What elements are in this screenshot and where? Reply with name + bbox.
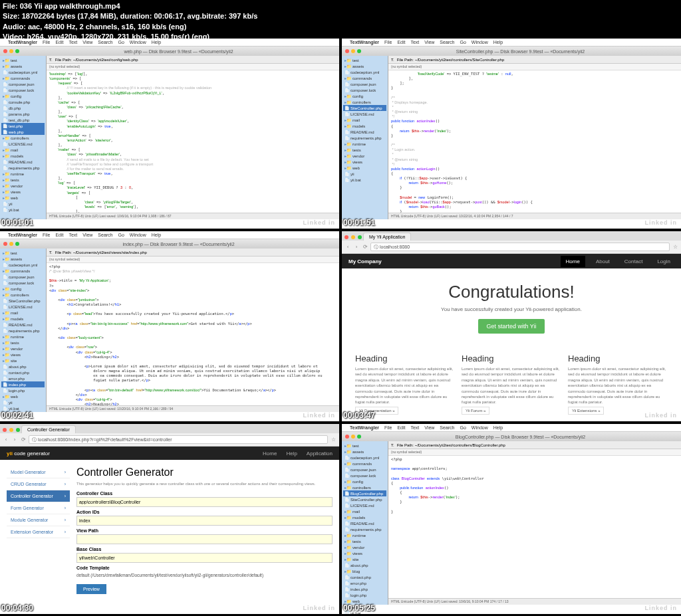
sidebar-item[interactable]: 📄index.php (343, 586, 386, 592)
sidebar-item[interactable]: ▸📁runtime (1, 334, 45, 340)
zoom-icon[interactable] (15, 49, 19, 53)
menu-go[interactable]: Go (118, 40, 124, 45)
sidebar-item[interactable]: ▸📁controllers (343, 484, 386, 490)
gii-side-item[interactable]: Controller Generator› (7, 490, 70, 502)
nav-home[interactable]: Home (561, 256, 585, 267)
sidebar-item[interactable]: ▸📁web (1, 195, 45, 201)
code-editor[interactable]: <?php namespace app\controllers; class B… (388, 456, 681, 598)
app-name[interactable]: TextWrangler (350, 425, 379, 430)
gii-side-item[interactable]: Model Generator› (7, 466, 70, 478)
menu-file[interactable]: File (43, 233, 50, 237)
close-icon[interactable] (3, 49, 7, 53)
sidebar-item[interactable]: 📄composer.lock (343, 472, 386, 478)
file-sidebar[interactable]: ▸📁test▸📁assets📄codeception.yml▸📁commands… (0, 249, 47, 412)
sidebar-item[interactable]: ▸📁vendor (1, 346, 45, 352)
minimize-icon[interactable] (9, 428, 13, 432)
menu-view[interactable]: View (424, 425, 434, 430)
sidebar-item[interactable]: ▸📁assets (343, 449, 386, 455)
view-path-input[interactable] (76, 534, 333, 544)
sidebar-item[interactable]: 📄test_db.php (1, 117, 45, 123)
sidebar-item[interactable]: 📄contact.php (1, 369, 45, 375)
sidebar-item[interactable]: 📄yii (343, 171, 386, 177)
sidebar-item[interactable]: ▸📁mail (343, 117, 386, 123)
ext-button[interactable]: Yii Extensions » (568, 407, 604, 415)
path-bar[interactable]: File Path: ~/Documents/yii2test/controll… (397, 58, 505, 62)
nav-help[interactable]: Help (286, 451, 297, 457)
minimize-icon[interactable] (351, 435, 355, 439)
sidebar-item[interactable]: ▸📁test (343, 443, 386, 449)
menu-help[interactable]: Help (152, 233, 161, 237)
sidebar-item[interactable]: ▸📁models (1, 153, 45, 159)
menu-window[interactable]: Window (472, 40, 488, 45)
nav-about[interactable]: About (592, 256, 614, 267)
sidebar-item[interactable]: 📄composer.json (343, 81, 386, 87)
menu-window[interactable]: Window (130, 233, 146, 237)
menu-text[interactable]: Text (410, 425, 419, 430)
sidebar-item[interactable]: ▸📁models (343, 123, 386, 129)
sidebar-item[interactable]: ▸📁views (1, 189, 45, 195)
sidebar-item[interactable]: 📄composer.json (1, 81, 45, 87)
minimize-icon[interactable] (351, 235, 355, 239)
sidebar-item[interactable]: 📄error.php (343, 580, 386, 586)
symbol-popup[interactable]: (no symbol selected) (49, 64, 80, 68)
minimize-icon[interactable] (9, 49, 13, 53)
sidebar-item[interactable]: ▸📁vendor (343, 544, 386, 550)
code-editor[interactable]: 'fixedVerifyCode' => YII_ENV_TEST ? 'tes… (388, 70, 681, 213)
nav-home[interactable]: Home (263, 451, 277, 457)
back-icon[interactable]: ‹ (344, 244, 351, 251)
menu-go[interactable]: Go (460, 40, 466, 45)
sidebar-item[interactable]: ▸📁runtime (343, 532, 386, 538)
sidebar-item[interactable]: 📄BlogController.php (343, 490, 386, 496)
sidebar-item[interactable]: 📄console.php (1, 99, 45, 105)
sidebar-item[interactable]: 📄codeception.yml (1, 69, 45, 75)
action-ids-input[interactable] (76, 516, 333, 526)
menu-view[interactable]: View (82, 40, 92, 45)
sidebar-item[interactable]: ▸📁commands (1, 75, 45, 81)
menu-view[interactable]: View (82, 233, 92, 237)
base-class-input[interactable] (76, 553, 333, 563)
star-icon[interactable]: ☆ (330, 437, 337, 443)
sidebar-item[interactable]: ▸📁commands (1, 268, 45, 274)
sidebar-item[interactable]: ▸📁models (1, 316, 45, 322)
close-icon[interactable] (345, 49, 349, 53)
app-name[interactable]: TextWrangler (8, 233, 37, 237)
sidebar-item[interactable]: ▸📁tests (343, 538, 386, 544)
sidebar-item[interactable]: 📄composer.lock (1, 87, 45, 93)
sidebar-item[interactable]: ▸📁config (1, 286, 45, 292)
sidebar-item[interactable]: 📄index.php (1, 381, 45, 387)
sidebar-item[interactable]: 📄README.md (1, 322, 45, 328)
sidebar-item[interactable]: ▸📁vendor (1, 183, 45, 189)
sidebar-item[interactable]: 📄yii (1, 399, 45, 405)
sidebar-item[interactable]: ▸📁mail (1, 310, 45, 316)
menu-search[interactable]: Search (98, 233, 112, 237)
file-sidebar[interactable]: ▸📁test▸📁assets📄codeception.yml▸📁commands… (342, 56, 388, 219)
sidebar-item[interactable]: 📄yii (1, 201, 45, 207)
gii-side-item[interactable]: Form Generator› (7, 502, 70, 514)
sidebar-item[interactable]: 📄README.md (343, 129, 386, 135)
sidebar-item[interactable]: ▸📁controllers (1, 292, 45, 298)
forum-button[interactable]: Yii Forum » (462, 407, 489, 415)
sidebar-item[interactable]: ▸📁vendor (343, 153, 386, 159)
sidebar-item[interactable]: 📄README.md (343, 520, 386, 526)
gii-side-item[interactable]: Extension Generator› (7, 526, 70, 538)
sidebar-item[interactable]: ▸📁assets (1, 256, 45, 262)
sidebar-item[interactable]: 📄requirements.php (1, 328, 45, 334)
address-bar[interactable]: ⓘ localhost:8080/index.php?r=gii%2Fdefau… (29, 435, 328, 444)
sidebar-item[interactable]: 📄composer.lock (1, 280, 45, 286)
sidebar-item[interactable]: ▸📁blog (343, 568, 386, 574)
sidebar-item[interactable]: ▸📁controllers (1, 135, 45, 141)
sidebar-item[interactable]: ▸📁models (343, 514, 386, 520)
sidebar-item[interactable]: 📄login.php (1, 387, 45, 393)
sidebar-item[interactable]: ▸📁test (1, 57, 45, 63)
sidebar-item[interactable]: 📄SiteController.php (1, 298, 45, 304)
sidebar-item[interactable]: 📄SiteController.php (343, 105, 386, 111)
close-icon[interactable] (3, 428, 7, 432)
sidebar-item[interactable]: ▸📁assets (1, 63, 45, 69)
file-sidebar[interactable]: ▸📁test▸📁assets📄codeception.yml▸📁commands… (342, 441, 388, 605)
sidebar-item[interactable]: ▸📁runtime (1, 171, 45, 177)
zoom-icon[interactable] (357, 49, 361, 53)
zoom-icon[interactable] (15, 242, 19, 246)
toolbar-fn-icon[interactable]: T. (391, 443, 394, 447)
sidebar-item[interactable]: 📄codeception.yml (1, 262, 45, 268)
sidebar-item[interactable]: ▸📁mail (1, 147, 45, 153)
